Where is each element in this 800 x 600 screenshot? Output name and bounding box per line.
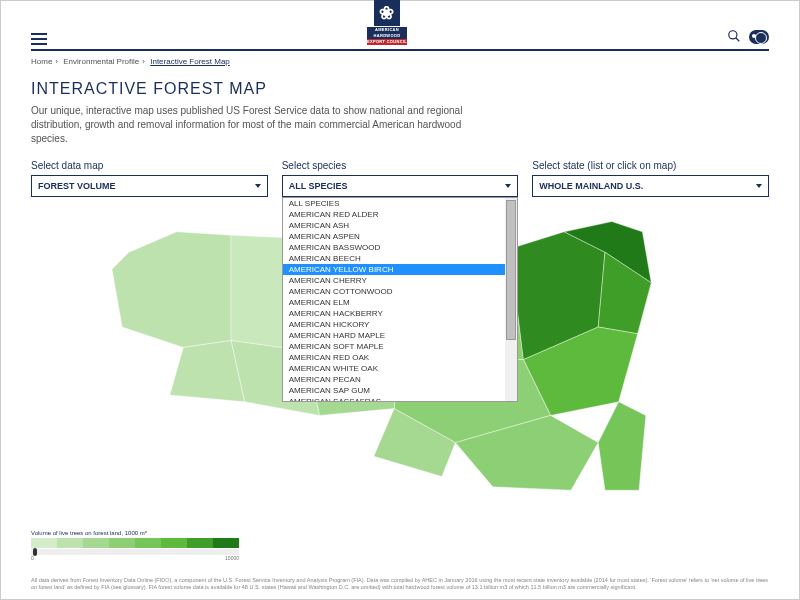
svg-line-1: [736, 38, 740, 42]
species-option[interactable]: ALL SPECIES: [283, 198, 518, 209]
crumb-home[interactable]: Home: [31, 57, 52, 66]
species-option[interactable]: AMERICAN PECAN: [283, 374, 518, 385]
species-option[interactable]: AMERICAN HICKORY: [283, 319, 518, 330]
legend: Volume of live trees on forest land, 100…: [31, 530, 239, 561]
caret-icon: [756, 184, 762, 188]
species-option[interactable]: AMERICAN SOFT MAPLE: [283, 341, 518, 352]
language-icon[interactable]: [749, 30, 769, 44]
species-option[interactable]: AMERICAN COTTONWOOD: [283, 286, 518, 297]
species-options: ALL SPECIESAMERICAN RED ALDERAMERICAN AS…: [282, 197, 519, 402]
search-icon[interactable]: [727, 29, 741, 45]
legend-swatch: [83, 538, 109, 548]
logo[interactable]: ❀ AMERICAN HARDWOOD EXPORT COUNCIL: [367, 0, 407, 45]
species-label: Select species: [282, 160, 519, 171]
legend-swatch: [161, 538, 187, 548]
state-label: Select state (list or click on map): [532, 160, 769, 171]
footnote: All data derives from Forest Inventory D…: [31, 577, 769, 591]
species-option[interactable]: AMERICAN ASPEN: [283, 231, 518, 242]
crumb-current[interactable]: Interactive Forest Map: [150, 57, 230, 66]
species-option[interactable]: AMERICAN BASSWOOD: [283, 242, 518, 253]
species-option[interactable]: AMERICAN BEECH: [283, 253, 518, 264]
legend-slider[interactable]: [31, 549, 239, 555]
legend-title: Volume of live trees on forest land, 100…: [31, 530, 239, 536]
species-option[interactable]: AMERICAN ELM: [283, 297, 518, 308]
species-option[interactable]: AMERICAN HACKBERRY: [283, 308, 518, 319]
legend-swatch: [109, 538, 135, 548]
breadcrumb: Home› Environmental Profile› Interactive…: [31, 51, 769, 72]
crumb-profile[interactable]: Environmental Profile: [63, 57, 139, 66]
species-option[interactable]: AMERICAN RED ALDER: [283, 209, 518, 220]
legend-swatch: [187, 538, 213, 548]
caret-icon: [505, 184, 511, 188]
scrollbar[interactable]: [505, 198, 517, 401]
legend-swatch: [213, 538, 239, 548]
species-option[interactable]: AMERICAN RED OAK: [283, 352, 518, 363]
species-option[interactable]: AMERICAN HARD MAPLE: [283, 330, 518, 341]
data-map-label: Select data map: [31, 160, 268, 171]
svg-point-0: [729, 31, 737, 39]
page-title: INTERACTIVE FOREST MAP: [31, 80, 769, 98]
species-option[interactable]: AMERICAN ASH: [283, 220, 518, 231]
species-option[interactable]: AMERICAN SASSAFRAS: [283, 396, 518, 402]
legend-swatch: [31, 538, 57, 548]
caret-icon: [255, 184, 261, 188]
legend-swatch: [135, 538, 161, 548]
legend-swatch: [57, 538, 83, 548]
species-option[interactable]: AMERICAN WHITE OAK: [283, 363, 518, 374]
species-option[interactable]: AMERICAN SAP GUM: [283, 385, 518, 396]
species-option[interactable]: AMERICAN YELLOW BIRCH: [283, 264, 518, 275]
menu-button[interactable]: [31, 33, 47, 45]
intro-text: Our unique, interactive map uses publish…: [31, 104, 471, 146]
species-option[interactable]: AMERICAN CHERRY: [283, 275, 518, 286]
